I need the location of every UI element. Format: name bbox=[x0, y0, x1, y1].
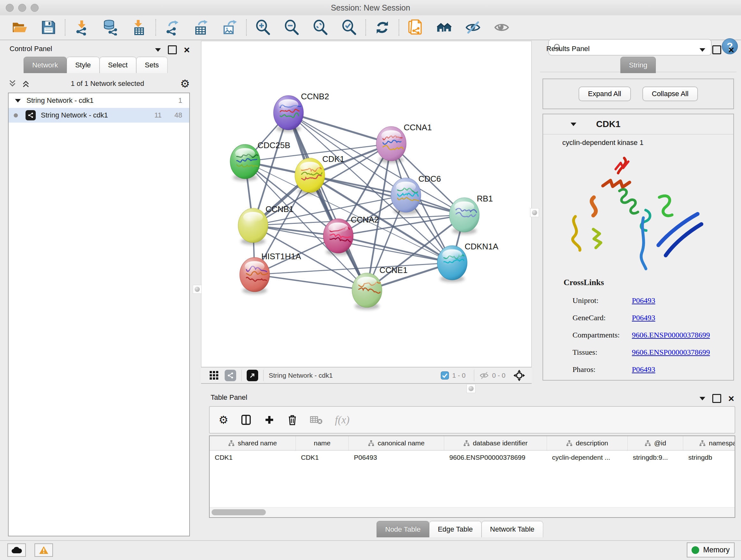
expand-all-icon[interactable] bbox=[21, 79, 30, 88]
edge-CDK1-RB1[interactable] bbox=[310, 175, 464, 215]
memory-button[interactable]: Memory bbox=[687, 543, 735, 557]
node-CCNB1[interactable] bbox=[238, 208, 268, 245]
tab-node-table[interactable]: Node Table bbox=[377, 521, 429, 537]
node-CDC6[interactable] bbox=[391, 178, 421, 214]
import-network-from-database-button[interactable] bbox=[103, 18, 118, 37]
function-builder-icon[interactable]: f(x) bbox=[335, 414, 349, 426]
column-header-database-identifier[interactable]: database identifier bbox=[444, 436, 547, 450]
export-table-button[interactable] bbox=[193, 18, 209, 37]
export-image-button[interactable] bbox=[222, 18, 238, 37]
scrollbar-thumb[interactable] bbox=[212, 509, 266, 515]
close-panel-icon[interactable]: × bbox=[728, 395, 734, 402]
edge-HIST1H1A-CCNE1[interactable] bbox=[255, 274, 367, 290]
column-header-@id[interactable]: @id bbox=[628, 436, 683, 450]
node-CCNA1[interactable] bbox=[376, 126, 406, 163]
tab-string[interactable]: String bbox=[620, 57, 656, 73]
edge-CCNB2-CCNE1[interactable] bbox=[288, 113, 367, 290]
tab-network[interactable]: Network bbox=[23, 57, 67, 73]
crosslink-value-link[interactable]: P06493 bbox=[632, 314, 655, 322]
crosslink-value-link[interactable]: 9606.ENSP00000378699 bbox=[632, 331, 710, 339]
bottom-splitter-handle[interactable] bbox=[467, 384, 475, 393]
import-table-from-file-button[interactable] bbox=[131, 18, 147, 37]
grid-view-icon[interactable] bbox=[209, 371, 219, 380]
tab-style[interactable]: Style bbox=[67, 57, 99, 73]
import-network-from-file-button[interactable] bbox=[74, 18, 90, 37]
warnings-button[interactable] bbox=[35, 543, 53, 557]
edge-CCNA2-CDKN1A[interactable] bbox=[338, 236, 452, 263]
network-view-canvas[interactable]: CCNB2CCNA1CDC25BCDK1CDC6RB1CCNB1CCNA2CDK… bbox=[201, 41, 532, 367]
selected-checkbox-icon[interactable] bbox=[441, 371, 449, 380]
detach-view-icon[interactable] bbox=[247, 370, 258, 381]
hide-glasses-button[interactable] bbox=[465, 18, 481, 37]
delete-table-icon[interactable] bbox=[310, 415, 323, 425]
crosslink-value-link[interactable]: 9606.ENSP00000378699 bbox=[632, 348, 710, 357]
left-splitter-handle[interactable] bbox=[193, 285, 202, 294]
node-CCNB2[interactable] bbox=[273, 96, 304, 132]
gene-expander-icon[interactable] bbox=[570, 123, 576, 126]
column-header-namespace[interactable]: namespace bbox=[683, 436, 735, 450]
table-cell[interactable]: stringdb bbox=[683, 450, 735, 464]
expand-all-button[interactable]: Expand All bbox=[579, 86, 631, 101]
create-column-icon[interactable] bbox=[264, 415, 275, 425]
birdseye-crosshair-icon[interactable] bbox=[513, 369, 525, 381]
string-import-button[interactable] bbox=[408, 18, 423, 37]
panel-menu-icon[interactable] bbox=[699, 397, 705, 400]
node-CDKN1A[interactable] bbox=[437, 246, 467, 282]
table-cell[interactable]: P06493 bbox=[349, 450, 444, 464]
table-row[interactable]: CDK1CDK1P064939606.ENSP00000378699cyclin… bbox=[210, 450, 735, 464]
collapse-all-button[interactable]: Collapse All bbox=[643, 86, 698, 101]
zoom-out-button[interactable] bbox=[284, 18, 300, 37]
collapse-all-icon[interactable] bbox=[8, 79, 17, 88]
node-HIST1H1A[interactable] bbox=[240, 257, 270, 294]
table-cell[interactable]: 9606.ENSP00000378699 bbox=[444, 450, 547, 464]
show-eye-button[interactable] bbox=[494, 18, 510, 37]
show-column-panel-icon[interactable] bbox=[240, 414, 252, 426]
crosslink-value-link[interactable]: P06493 bbox=[632, 365, 655, 374]
node-CDK1[interactable] bbox=[295, 158, 325, 195]
zoom-in-button[interactable] bbox=[255, 18, 271, 37]
table-cell[interactable]: stringdb:9... bbox=[628, 450, 683, 464]
close-panel-icon[interactable]: × bbox=[184, 46, 190, 53]
column-header-description[interactable]: description bbox=[547, 436, 628, 450]
column-header-shared-name[interactable]: shared name bbox=[210, 436, 296, 450]
collection-expander-icon[interactable] bbox=[15, 99, 21, 103]
home-button[interactable] bbox=[436, 18, 452, 37]
column-header-canonical-name[interactable]: canonical name bbox=[349, 436, 444, 450]
right-splitter-handle[interactable] bbox=[530, 208, 539, 217]
panel-menu-icon[interactable] bbox=[155, 48, 161, 52]
table-options-gear-icon[interactable]: ⚙ bbox=[219, 415, 228, 425]
crosslink-value-link[interactable]: P06493 bbox=[632, 296, 655, 305]
network-row[interactable]: String Network - cdk1 11 48 bbox=[9, 108, 189, 123]
node-CCNE1[interactable] bbox=[352, 273, 382, 310]
table-cell[interactable]: cyclin-dependent ... bbox=[547, 450, 628, 464]
table-horizontal-scrollbar[interactable] bbox=[210, 507, 735, 517]
float-panel-icon[interactable] bbox=[168, 45, 177, 54]
export-network-button[interactable] bbox=[164, 18, 180, 37]
float-panel-icon[interactable] bbox=[712, 45, 721, 54]
gene-header-row[interactable]: CDK1 bbox=[543, 114, 733, 134]
delete-column-icon[interactable] bbox=[287, 414, 298, 426]
column-header-name[interactable]: name bbox=[296, 436, 349, 450]
zoom-selected-button[interactable] bbox=[341, 18, 357, 37]
tab-sets[interactable]: Sets bbox=[136, 57, 167, 73]
open-session-button[interactable] bbox=[12, 18, 28, 37]
zoom-fit-button[interactable] bbox=[313, 18, 328, 37]
network-options-gear-icon[interactable]: ⚙ bbox=[180, 78, 190, 89]
redraw-network-button[interactable] bbox=[374, 18, 390, 37]
save-session-button[interactable] bbox=[41, 18, 57, 37]
cloud-button[interactable] bbox=[7, 543, 26, 557]
float-panel-icon[interactable] bbox=[712, 394, 721, 403]
panel-menu-icon[interactable] bbox=[699, 48, 705, 52]
table-cell[interactable]: CDK1 bbox=[210, 450, 296, 464]
network-collection-row[interactable]: String Network - cdk1 1 bbox=[9, 93, 189, 108]
tab-network-table[interactable]: Network Table bbox=[482, 521, 543, 537]
node-CDC25B[interactable] bbox=[230, 144, 260, 181]
edge-CCNB2-CCNA1[interactable] bbox=[288, 113, 391, 144]
network-badge-icon[interactable] bbox=[225, 370, 236, 381]
node-RB1[interactable] bbox=[449, 198, 479, 234]
table-cell[interactable]: CDK1 bbox=[296, 450, 349, 464]
hidden-eye-slash-icon[interactable] bbox=[479, 371, 489, 380]
tab-edge-table[interactable]: Edge Table bbox=[429, 521, 482, 537]
close-panel-icon[interactable]: × bbox=[728, 46, 734, 53]
tab-select[interactable]: Select bbox=[99, 57, 136, 73]
